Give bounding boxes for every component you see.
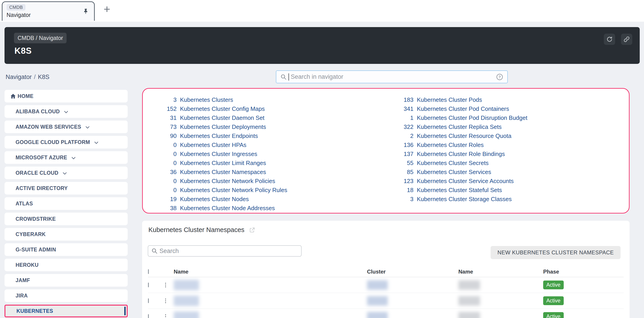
app-header: CMDB / Navigator K8S bbox=[4, 27, 640, 64]
sidebar-item-kubernetes[interactable]: KUBERNETES bbox=[4, 305, 128, 317]
link-label[interactable]: Kubernetes Cluster Resource Quota bbox=[417, 133, 511, 139]
link-label[interactable]: Kubernetes Cluster Pods bbox=[417, 96, 482, 103]
sidebar-item-crowdstrike[interactable]: CROWDSTRIKE bbox=[4, 213, 128, 225]
link-label[interactable]: Kubernetes Cluster Pod Disruption Budget bbox=[417, 114, 528, 121]
link-label[interactable]: Kubernetes Cluster Limit Ranges bbox=[180, 160, 266, 167]
pushpin-icon[interactable] bbox=[82, 8, 89, 15]
link-label[interactable]: Kubernetes Cluster Endpoints bbox=[180, 133, 258, 139]
link-row-kubernetes-cluster-stateful-sets: 18 Kubernetes Cluster Stateful Sets bbox=[386, 185, 528, 195]
status-badge: Active bbox=[543, 296, 564, 305]
link-label[interactable]: Kubernetes Cluster HPAs bbox=[180, 142, 246, 149]
table-row: Active bbox=[148, 309, 624, 318]
sidebar-item-microsoft-azure[interactable]: MICROSOFT AZURE bbox=[4, 151, 128, 164]
navigator-search: ? bbox=[276, 70, 508, 83]
link-label[interactable]: Kubernetes Cluster Role Bindings bbox=[417, 151, 505, 158]
sidebar-item-active-directory[interactable]: ACTIVE DIRECTORY bbox=[4, 182, 128, 195]
links-column-left: 3 Kubernetes Clusters 152 Kubernetes Clu… bbox=[143, 95, 386, 213]
sidebar-item-heroku[interactable]: HEROKU bbox=[4, 259, 128, 271]
link-row-kubernetes-cluster-services: 85 Kubernetes Cluster Services bbox=[386, 167, 528, 176]
chevron-down-icon bbox=[94, 140, 99, 145]
link-label[interactable]: Kubernetes Cluster Stateful Sets bbox=[417, 187, 502, 194]
link-label[interactable]: Kubernetes Cluster Network Policy Rules bbox=[180, 187, 287, 194]
link-row-kubernetes-cluster-hpas: 0 Kubernetes Cluster HPAs bbox=[143, 140, 386, 149]
sidebar-item-g-suite-admin[interactable]: G-SUITE ADMIN bbox=[4, 243, 128, 256]
external-link-icon[interactable] bbox=[249, 227, 255, 233]
copy-link-button[interactable] bbox=[621, 34, 632, 45]
link-count: 0 bbox=[143, 142, 176, 149]
redacted-cluster-cell bbox=[367, 296, 388, 305]
tab-cmdb-navigator[interactable]: CMDB Navigator bbox=[2, 1, 95, 21]
link-label[interactable]: Kubernetes Cluster Replica Sets bbox=[417, 123, 502, 130]
navigator-search-input[interactable] bbox=[291, 73, 494, 80]
link-label[interactable]: Kubernetes Cluster Ingresses bbox=[180, 151, 257, 158]
sidebar-item-amazon-web-services[interactable]: AMAZON WEB SERVICES bbox=[4, 121, 128, 133]
link-row-kubernetes-cluster-network-policies: 0 Kubernetes Cluster Network Policies bbox=[143, 176, 386, 185]
kebab-menu-icon[interactable] bbox=[163, 283, 168, 287]
sidebar-item-home[interactable]: HOME bbox=[4, 90, 128, 103]
link-label[interactable]: Kubernetes Cluster Roles bbox=[417, 142, 484, 149]
link-count: 322 bbox=[386, 123, 414, 130]
link-label[interactable]: Kubernetes Cluster Daemon Set bbox=[180, 114, 264, 121]
cmdb-navigator-page: { "colors": { "accent_pink": "#f5316d", … bbox=[0, 0, 644, 318]
link-label[interactable]: Kubernetes Cluster Node Addresses bbox=[180, 205, 275, 212]
row-checkbox[interactable] bbox=[148, 298, 149, 303]
sidebar-item-oracle-cloud[interactable]: ORACLE CLOUD bbox=[4, 167, 128, 179]
link-row-kubernetes-cluster-pod-containers: 341 Kubernetes Cluster Pod Containers bbox=[386, 104, 528, 113]
app-header-actions bbox=[604, 34, 632, 45]
kebab-menu-icon[interactable] bbox=[163, 314, 168, 318]
help-circle-icon[interactable]: ? bbox=[496, 73, 503, 81]
link-label[interactable]: Kubernetes Cluster Service Accounts bbox=[417, 178, 514, 185]
sidebar-item-google-cloud-platform[interactable]: GOOGLE CLOUD PLATFORM bbox=[4, 136, 128, 149]
link-row-kubernetes-cluster-limit-ranges: 0 Kubernetes Cluster Limit Ranges bbox=[143, 158, 386, 167]
link-row-kubernetes-cluster-pod-disruption-budget: 1 Kubernetes Cluster Pod Disruption Budg… bbox=[386, 113, 528, 122]
namespaces-search bbox=[148, 245, 302, 257]
sidebar-item-jamf[interactable]: JAMF bbox=[4, 274, 128, 287]
link-count: 1 bbox=[386, 114, 414, 121]
link-label[interactable]: Kubernetes Cluster Secrets bbox=[417, 160, 488, 167]
link-row-kubernetes-cluster-resource-quota: 2 Kubernetes Cluster Resource Quota bbox=[386, 131, 528, 140]
sidebar-item-label: JIRA bbox=[16, 293, 28, 299]
refresh-button[interactable] bbox=[604, 34, 615, 45]
sidebar-item-alibaba-cloud[interactable]: ALIBABA CLOUD bbox=[4, 105, 128, 118]
namespaces-search-input[interactable] bbox=[160, 248, 298, 255]
link-label[interactable]: Kubernetes Cluster Network Policies bbox=[180, 178, 275, 185]
app-header-breadcrumb-badge: CMDB / Navigator bbox=[14, 33, 66, 43]
link-label[interactable]: Kubernetes Cluster Nodes bbox=[180, 196, 249, 203]
row-checkbox[interactable] bbox=[148, 314, 149, 318]
link-count: 19 bbox=[143, 196, 176, 203]
column-header-cluster[interactable]: Cluster bbox=[367, 268, 458, 275]
chevron-down-icon bbox=[64, 109, 69, 115]
link-label[interactable]: Kubernetes Clusters bbox=[180, 96, 233, 103]
link-label[interactable]: Kubernetes Cluster Pod Containers bbox=[417, 105, 509, 112]
select-all-checkbox[interactable] bbox=[148, 269, 149, 274]
link-count: 90 bbox=[143, 133, 176, 139]
link-label[interactable]: Kubernetes Cluster Config Maps bbox=[180, 105, 265, 112]
new-tab-button[interactable]: + bbox=[101, 3, 113, 15]
sidebar-item-label: G-SUITE ADMIN bbox=[16, 247, 56, 253]
link-label[interactable]: Kubernetes Cluster Storage Classes bbox=[417, 196, 512, 203]
breadcrumb-section[interactable]: Navigator bbox=[6, 74, 32, 80]
namespaces-title-row: Kubernetes Cluster Namespaces bbox=[148, 226, 255, 234]
link-row-kubernetes-cluster-network-policy-rules: 0 Kubernetes Cluster Network Policy Rule… bbox=[143, 185, 386, 195]
sidebar-item-jira[interactable]: JIRA bbox=[4, 289, 128, 302]
kebab-menu-icon[interactable] bbox=[163, 298, 168, 303]
link-label[interactable]: Kubernetes Cluster Services bbox=[417, 169, 491, 176]
new-namespace-button[interactable]: NEW KUBERNETES CLUSTER NAMESPACE bbox=[490, 246, 620, 259]
link-label[interactable]: Kubernetes Cluster Deployments bbox=[180, 123, 266, 130]
section-title: Kubernetes Cluster Namespaces bbox=[148, 226, 244, 234]
sidebar-item-cyberark[interactable]: CYBERARK bbox=[4, 228, 128, 241]
link-row-kubernetes-clusters: 3 Kubernetes Clusters bbox=[143, 95, 386, 104]
link-label[interactable]: Kubernetes Cluster Namespaces bbox=[180, 169, 266, 176]
link-count: 0 bbox=[143, 187, 176, 194]
column-header-name2[interactable]: Name bbox=[458, 268, 543, 275]
table-row: Active bbox=[148, 293, 624, 309]
link-row-kubernetes-cluster-endpoints: 90 Kubernetes Cluster Endpoints bbox=[143, 131, 386, 140]
link-count: 36 bbox=[143, 169, 176, 176]
link-count: 341 bbox=[386, 105, 414, 112]
link-row-kubernetes-cluster-secrets: 55 Kubernetes Cluster Secrets bbox=[386, 158, 528, 167]
row-checkbox[interactable] bbox=[148, 282, 149, 287]
sidebar-item-atlas[interactable]: ATLAS bbox=[4, 197, 128, 210]
column-header-phase[interactable]: Phase bbox=[543, 268, 624, 275]
column-header-name[interactable]: Name bbox=[174, 268, 367, 275]
link-count: 0 bbox=[143, 178, 176, 185]
